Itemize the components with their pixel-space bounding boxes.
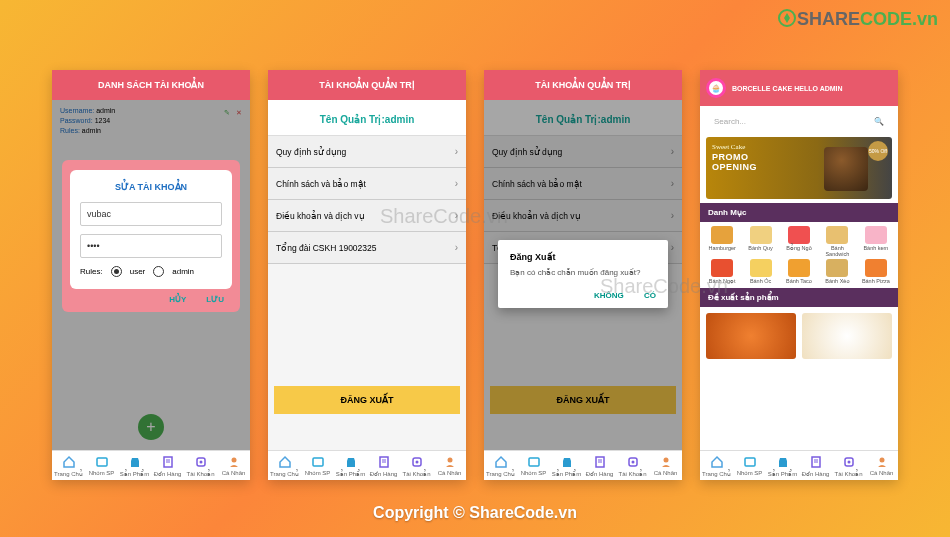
nav-label: Nhóm SP bbox=[85, 470, 118, 476]
nav-label: Cá Nhân bbox=[217, 470, 250, 476]
nav-icon bbox=[809, 455, 823, 469]
rules-label: Rules: bbox=[80, 267, 103, 276]
product-card[interactable] bbox=[802, 313, 892, 359]
menu-item[interactable]: Quy định sử dụng› bbox=[268, 136, 466, 168]
cake-image bbox=[824, 147, 868, 191]
nav-icon bbox=[227, 455, 241, 469]
nav-icon bbox=[278, 455, 292, 469]
nav-label: Cá Nhân bbox=[649, 470, 682, 476]
nav-item[interactable]: Trang Chủ bbox=[268, 451, 301, 480]
menu-item[interactable]: Tổng đài CSKH 19002325› bbox=[268, 232, 466, 264]
dialog-no-button[interactable]: KHÔNG bbox=[594, 291, 624, 300]
logout-button[interactable]: ĐĂNG XUẤT bbox=[274, 386, 460, 414]
nav-icon bbox=[842, 455, 856, 469]
sharecode-logo: SHARECODE.vn bbox=[777, 8, 938, 30]
admin-name: Tên Quản Trị:admin bbox=[268, 100, 466, 136]
password-field[interactable]: •••• bbox=[80, 234, 222, 258]
product-card[interactable] bbox=[706, 313, 796, 359]
menu-item[interactable]: Điều khoản và dịch vụ› bbox=[268, 200, 466, 232]
nav-label: Sản Phẩm bbox=[766, 470, 799, 477]
svg-rect-15 bbox=[529, 458, 539, 466]
cancel-button[interactable]: HỦY bbox=[169, 295, 186, 304]
category-item[interactable]: Hamburger bbox=[704, 226, 740, 257]
category-item[interactable]: Bánh Óc bbox=[742, 259, 778, 284]
nav-item[interactable]: Đơn Hàng bbox=[151, 451, 184, 480]
category-item[interactable]: Bánh kem bbox=[858, 226, 894, 257]
chevron-right-icon: › bbox=[455, 242, 458, 253]
nav-item[interactable]: Nhóm SP bbox=[733, 451, 766, 480]
category-item[interactable]: Bánh Xèo bbox=[819, 259, 855, 284]
nav-item[interactable]: Trang Chủ bbox=[52, 451, 85, 480]
nav-label: Nhóm SP bbox=[733, 470, 766, 476]
nav-icon bbox=[311, 455, 325, 469]
section-categories: Danh Mục bbox=[700, 203, 898, 222]
nav-item[interactable]: Trang Chủ bbox=[700, 451, 733, 480]
bottom-nav: Trang ChủNhóm SPSản PhẩmĐơn HàngTài Khoả… bbox=[268, 450, 466, 480]
svg-point-20 bbox=[631, 461, 634, 464]
nav-label: Trang Chủ bbox=[268, 470, 301, 477]
nav-item[interactable]: Đơn Hàng bbox=[367, 451, 400, 480]
radio-user[interactable] bbox=[111, 266, 122, 277]
nav-icon bbox=[875, 455, 889, 469]
category-item[interactable]: Bánh Sandwich bbox=[819, 226, 855, 257]
radio-admin[interactable] bbox=[153, 266, 164, 277]
app-title: TÀI KHOẢN QUẢN TRỊ bbox=[268, 70, 466, 100]
modal-title: SỬA TÀI KHOẢN bbox=[80, 182, 222, 192]
category-item[interactable]: Bánh Ngọt bbox=[704, 259, 740, 284]
nav-label: Trang Chủ bbox=[484, 470, 517, 477]
nav-label: Trang Chủ bbox=[700, 470, 733, 477]
menu-item[interactable]: Chính sách và bảo mật› bbox=[268, 168, 466, 200]
nav-item[interactable]: Cá Nhân bbox=[433, 451, 466, 480]
nav-item[interactable]: Sản Phẩm bbox=[766, 451, 799, 480]
username-field[interactable]: vubac bbox=[80, 202, 222, 226]
nav-item[interactable]: Đơn Hàng bbox=[799, 451, 832, 480]
phone-screen-4: 🧁 BORCELLE CAKE HELLO ADMIN Search... 🔍 … bbox=[700, 70, 898, 480]
nav-label: Đơn Hàng bbox=[151, 470, 184, 477]
nav-item[interactable]: Cá Nhân bbox=[865, 451, 898, 480]
nav-item[interactable]: Tài Khoản bbox=[184, 451, 217, 480]
nav-item[interactable]: Sản Phẩm bbox=[118, 451, 151, 480]
nav-item[interactable]: Cá Nhân bbox=[217, 451, 250, 480]
nav-item[interactable]: Cá Nhân bbox=[649, 451, 682, 480]
bottom-nav: Trang ChủNhóm SPSản PhẩmĐơn HàngTài Khoả… bbox=[52, 450, 250, 480]
category-item[interactable]: Bánh Pizza bbox=[858, 259, 894, 284]
category-item[interactable]: Bánh Taco bbox=[781, 259, 817, 284]
nav-icon bbox=[344, 455, 358, 469]
nav-label: Đơn Hàng bbox=[799, 470, 832, 477]
dialog-title: Đăng Xuất bbox=[510, 252, 656, 262]
nav-item[interactable]: Sản Phẩm bbox=[550, 451, 583, 480]
svg-point-21 bbox=[663, 458, 668, 463]
svg-point-13 bbox=[415, 461, 418, 464]
svg-rect-1 bbox=[97, 458, 107, 466]
nav-item[interactable]: Tài Khoản bbox=[616, 451, 649, 480]
category-item[interactable]: Bánh Quy bbox=[742, 226, 778, 257]
nav-item[interactable]: Sản Phẩm bbox=[334, 451, 367, 480]
nav-label: Tài Khoản bbox=[400, 470, 433, 477]
nav-label: Tài Khoản bbox=[616, 470, 649, 477]
nav-label: Cá Nhân bbox=[865, 470, 898, 476]
nav-label: Nhóm SP bbox=[301, 470, 334, 476]
promo-banner[interactable]: Sweet Cake PROMOOPENING 50% Off bbox=[706, 137, 892, 199]
nav-label: Trang Chủ bbox=[52, 470, 85, 477]
nav-item[interactable]: Đơn Hàng bbox=[583, 451, 616, 480]
nav-item[interactable]: Tài Khoản bbox=[832, 451, 865, 480]
category-item[interactable]: Bỏng Ngô bbox=[781, 226, 817, 257]
nav-item[interactable]: Tài Khoản bbox=[400, 451, 433, 480]
nav-label: Đơn Hàng bbox=[367, 470, 400, 477]
category-grid: HamburgerBánh QuyBỏng NgôBánh SandwichBá… bbox=[700, 222, 898, 288]
nav-item[interactable]: Nhóm SP bbox=[301, 451, 334, 480]
nav-label: Đơn Hàng bbox=[583, 470, 616, 477]
app-title: DANH SÁCH TÀI KHOẢN bbox=[52, 70, 250, 100]
nav-icon bbox=[494, 455, 508, 469]
bottom-nav: Trang ChủNhóm SPSản PhẩmĐơn HàngTài Khoả… bbox=[700, 450, 898, 480]
dialog-yes-button[interactable]: CÓ bbox=[644, 291, 656, 300]
nav-icon bbox=[128, 455, 142, 469]
nav-icon bbox=[527, 455, 541, 469]
nav-item[interactable]: Nhóm SP bbox=[85, 451, 118, 480]
nav-item[interactable]: Trang Chủ bbox=[484, 451, 517, 480]
search-input[interactable]: Search... 🔍 bbox=[706, 112, 892, 131]
search-icon: 🔍 bbox=[874, 117, 884, 126]
svg-point-28 bbox=[879, 458, 884, 463]
save-button[interactable]: LƯU bbox=[206, 295, 224, 304]
nav-item[interactable]: Nhóm SP bbox=[517, 451, 550, 480]
